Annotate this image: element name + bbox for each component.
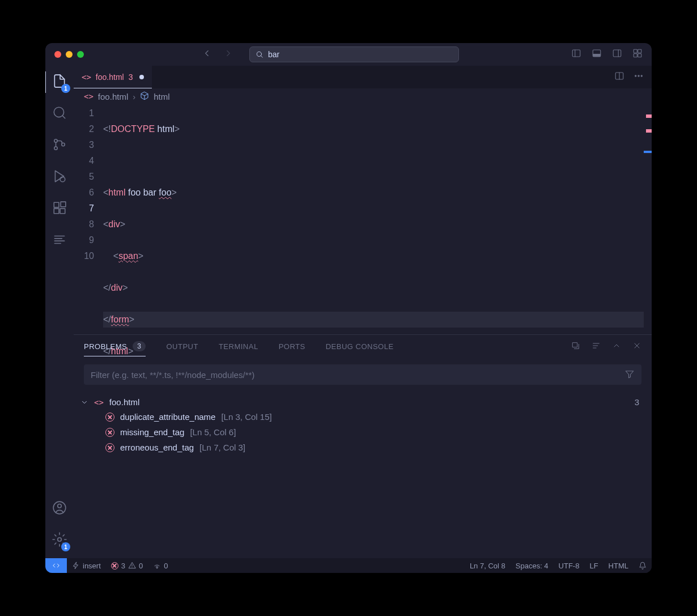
svg-point-22 (635, 75, 636, 77)
svg-rect-16 (60, 209, 65, 214)
svg-point-20 (58, 538, 62, 542)
file-tab[interactable]: <> foo.html 3 (74, 66, 152, 88)
warning-icon (128, 562, 136, 570)
code-content: <!DOCTYPE html> <html foo bar foo> <div>… (103, 104, 644, 334)
source-control-tab[interactable] (52, 137, 67, 154)
cursor-position[interactable]: Ln 7, Col 8 (465, 562, 511, 570)
error-icon (111, 562, 118, 570)
html-file-icon: <> (84, 92, 94, 101)
error-icon (105, 413, 114, 422)
svg-rect-5 (634, 49, 637, 53)
sidebar-extra-tab[interactable] (52, 232, 67, 249)
activity-bar: 1 1 (45, 66, 74, 558)
svg-point-19 (58, 504, 62, 508)
explorer-badge: 1 (61, 84, 70, 93)
window-controls (54, 51, 84, 58)
vscode-window: bar 1 1 (45, 43, 652, 573)
svg-rect-6 (638, 49, 641, 53)
extensions-tab[interactable] (52, 201, 67, 218)
search-tab[interactable] (52, 105, 67, 122)
toggle-panel-button[interactable] (592, 48, 602, 61)
close-window-button[interactable] (54, 51, 61, 58)
search-text: bar (268, 50, 279, 59)
svg-rect-3 (593, 54, 601, 57)
settings-button[interactable]: 1 (52, 532, 67, 549)
chevron-right-icon: › (133, 92, 135, 101)
problems-status[interactable]: 3 0 (106, 562, 148, 570)
nav-back-button[interactable] (202, 48, 212, 61)
explorer-tab[interactable]: 1 (52, 74, 67, 91)
tab-bar: <> foo.html 3 (74, 66, 652, 88)
svg-rect-17 (61, 202, 66, 207)
encoding-status[interactable]: UTF-8 (554, 562, 585, 570)
settings-badge: 1 (61, 542, 70, 551)
symbol-icon (140, 91, 149, 102)
toggle-primary-sidebar-button[interactable] (571, 48, 581, 61)
line-gutter: 12345678910 (74, 104, 103, 334)
svg-rect-1 (572, 50, 580, 57)
ports-status[interactable]: 0 (148, 562, 173, 570)
error-icon (105, 443, 114, 452)
code-editor[interactable]: 12345678910 <!DOCTYPE html> <html foo ba… (74, 104, 652, 334)
tab-problem-count: 3 (129, 73, 133, 82)
tab-filename: foo.html (96, 73, 124, 82)
svg-rect-7 (634, 54, 637, 57)
nav-history (202, 48, 233, 61)
customize-layout-button[interactable] (632, 48, 643, 61)
run-debug-tab[interactable] (52, 169, 67, 186)
html-file-icon: <> (94, 398, 104, 407)
nav-forward-button[interactable] (223, 48, 233, 61)
search-icon (256, 50, 264, 58)
titlebar: bar (45, 43, 652, 66)
editor-group: <> foo.html 3 <> foo.html › html (74, 66, 652, 558)
notifications-button[interactable] (634, 562, 652, 570)
error-icon (105, 428, 114, 437)
indentation-status[interactable]: Spaces: 4 (511, 562, 554, 570)
minimize-window-button[interactable] (66, 51, 73, 58)
maximize-window-button[interactable] (77, 51, 84, 58)
overview-ruler[interactable] (644, 104, 652, 334)
svg-point-13 (60, 177, 65, 182)
language-mode[interactable]: HTML (604, 562, 634, 570)
svg-point-26 (156, 567, 158, 568)
toggle-secondary-sidebar-button[interactable] (612, 48, 622, 61)
html-file-icon: <> (82, 73, 91, 82)
split-editor-button[interactable] (614, 71, 624, 83)
accounts-button[interactable] (52, 500, 67, 517)
breadcrumb[interactable]: <> foo.html › html (74, 88, 652, 104)
chevron-down-icon (80, 398, 88, 406)
dirty-indicator-icon (139, 75, 144, 79)
svg-rect-14 (54, 202, 59, 207)
svg-point-23 (638, 75, 639, 77)
svg-rect-8 (638, 54, 641, 57)
problems-tab[interactable]: PROBLEMS3 (84, 341, 146, 351)
command-center-search[interactable]: bar (249, 46, 459, 62)
breadcrumb-symbol: html (154, 92, 169, 101)
insert-mode-indicator[interactable]: insert (67, 562, 106, 570)
svg-rect-4 (613, 50, 621, 57)
svg-point-24 (641, 75, 642, 77)
svg-rect-15 (54, 209, 59, 214)
status-bar: insert 3 0 0 Ln 7, Col 8 Spaces: 4 UTF-8… (45, 558, 652, 573)
more-actions-button[interactable] (634, 71, 644, 83)
eol-status[interactable]: LF (584, 562, 603, 570)
remote-button[interactable] (45, 558, 67, 573)
breadcrumb-file: foo.html (98, 92, 128, 101)
